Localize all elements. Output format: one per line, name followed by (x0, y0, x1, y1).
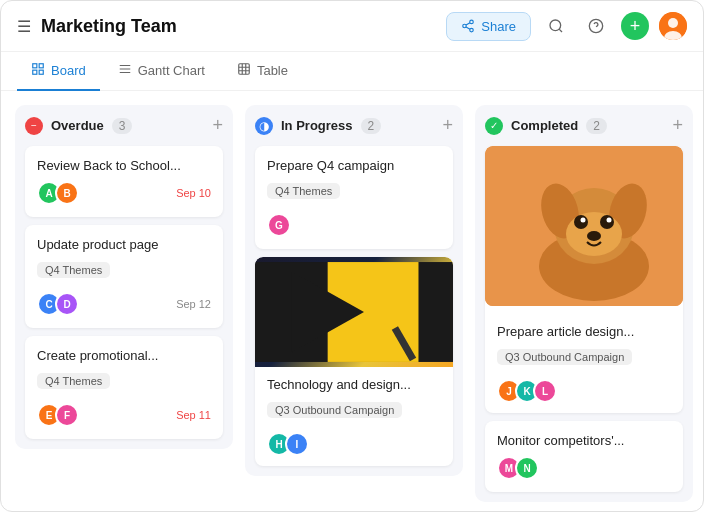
column-overdue: − Overdue 3 + Review Back to School... A… (15, 105, 233, 449)
completed-count: 2 (586, 118, 607, 134)
card-promo-avatars: E F (37, 403, 73, 427)
svg-rect-14 (33, 70, 37, 74)
card-article-tag: Q3 Outbound Campaign (497, 349, 632, 365)
header-right: Share + (446, 11, 687, 41)
board-container: − Overdue 3 + Review Back to School... A… (1, 91, 703, 503)
card-article-body: Prepare article design... Q3 Outbound Ca… (485, 314, 683, 413)
card-promo-title: Create promotional... (37, 348, 211, 363)
card-article-title: Prepare article design... (497, 324, 671, 339)
card-update-tag: Q4 Themes (37, 262, 110, 278)
svg-point-0 (470, 20, 474, 24)
column-inprogress: ◑ In Progress 2 + Prepare Q4 campaign Q4… (245, 105, 463, 476)
share-button[interactable]: Share (446, 12, 531, 41)
card-update-footer: C D Sep 12 (37, 292, 211, 316)
app-title: Marketing Team (41, 16, 177, 37)
share-label: Share (481, 19, 516, 34)
svg-point-38 (587, 231, 601, 241)
svg-point-10 (668, 18, 678, 28)
card-review-title: Review Back to School... (37, 158, 211, 173)
svg-point-34 (574, 215, 588, 229)
svg-point-1 (463, 24, 467, 28)
card-create-promo[interactable]: Create promotional... Q4 Themes E F Sep … (25, 336, 223, 439)
help-icon (588, 18, 604, 34)
table-tab-icon (237, 62, 251, 79)
avatar: N (515, 456, 539, 480)
inprogress-add-button[interactable]: + (442, 115, 453, 136)
menu-icon[interactable]: ☰ (17, 17, 31, 36)
card-tech-body: Technology and design... Q3 Outbound Cam… (255, 367, 453, 466)
card-tech-avatars: H I (267, 432, 303, 456)
avatar: F (55, 403, 79, 427)
svg-line-3 (466, 27, 470, 29)
card-q4-title: Prepare Q4 campaign (267, 158, 441, 173)
tab-board-label: Board (51, 63, 86, 78)
avatar: G (267, 213, 291, 237)
board-tab-icon (31, 62, 45, 79)
svg-rect-12 (33, 64, 37, 68)
card-monitor[interactable]: Monitor competitors'... M N (485, 421, 683, 492)
column-title-group: − Overdue 3 (25, 117, 132, 135)
svg-rect-19 (239, 64, 250, 75)
card-article-avatars: J K L (497, 379, 551, 403)
dog-image (485, 146, 683, 306)
card-prepare-q4[interactable]: Prepare Q4 campaign Q4 Themes G (255, 146, 453, 249)
card-promo-date: Sep 11 (176, 409, 211, 421)
card-q4-tag: Q4 Themes (267, 183, 340, 199)
tab-gantt[interactable]: Gantt Chart (104, 52, 219, 91)
tab-table[interactable]: Table (223, 52, 302, 91)
svg-point-36 (581, 218, 586, 223)
svg-line-6 (559, 29, 562, 32)
svg-point-35 (600, 215, 614, 229)
overdue-add-button[interactable]: + (212, 115, 223, 136)
card-tech-title: Technology and design... (267, 377, 441, 392)
card-review-footer: A B Sep 10 (37, 181, 211, 205)
card-update-product[interactable]: Update product page Q4 Themes C D Sep 12 (25, 225, 223, 328)
card-monitor-footer: M N (497, 456, 671, 480)
share-icon (461, 19, 475, 33)
gantt-tab-icon (118, 62, 132, 79)
add-button[interactable]: + (621, 12, 649, 40)
inprogress-title: In Progress (281, 118, 353, 133)
svg-point-2 (470, 28, 474, 32)
card-review-back[interactable]: Review Back to School... A B Sep 10 (25, 146, 223, 217)
column-completed-header: ✓ Completed 2 + (485, 115, 683, 136)
inprogress-status-icon: ◑ (255, 117, 273, 135)
card-q4-avatars: G (267, 213, 285, 237)
tab-board[interactable]: Board (17, 52, 100, 91)
completed-title-group: ✓ Completed 2 (485, 117, 607, 135)
tab-table-label: Table (257, 63, 288, 78)
avatar: B (55, 181, 79, 205)
svg-point-5 (550, 20, 561, 31)
card-promo-footer: E F Sep 11 (37, 403, 211, 427)
card-monitor-avatars: M N (497, 456, 533, 480)
overdue-status-icon: − (25, 117, 43, 135)
completed-add-button[interactable]: + (672, 115, 683, 136)
header: ☰ Marketing Team Share + (1, 1, 703, 52)
svg-rect-13 (39, 64, 43, 68)
completed-status-icon: ✓ (485, 117, 503, 135)
card-review-avatars: A B (37, 181, 73, 205)
svg-point-37 (607, 218, 612, 223)
header-left: ☰ Marketing Team (17, 16, 177, 37)
search-button[interactable] (541, 11, 571, 41)
overdue-count: 3 (112, 118, 133, 134)
inprogress-count: 2 (361, 118, 382, 134)
card-tech-design[interactable]: Technology and design... Q3 Outbound Cam… (255, 257, 453, 466)
overdue-title: Overdue (51, 118, 104, 133)
card-tech-image (255, 257, 453, 367)
card-review-date: Sep 10 (176, 187, 211, 199)
card-q4-footer: G (267, 213, 441, 237)
inprogress-title-group: ◑ In Progress 2 (255, 117, 381, 135)
tab-gantt-label: Gantt Chart (138, 63, 205, 78)
card-monitor-title: Monitor competitors'... (497, 433, 671, 448)
card-update-avatars: C D (37, 292, 73, 316)
card-tech-tag: Q3 Outbound Campaign (267, 402, 402, 418)
avatar: L (533, 379, 557, 403)
card-prepare-article[interactable]: Prepare article design... Q3 Outbound Ca… (485, 146, 683, 413)
user-avatar[interactable] (659, 12, 687, 40)
card-update-title: Update product page (37, 237, 211, 252)
card-update-date: Sep 12 (176, 298, 211, 310)
avatar: I (285, 432, 309, 456)
card-article-footer: J K L (497, 379, 671, 403)
help-button[interactable] (581, 11, 611, 41)
